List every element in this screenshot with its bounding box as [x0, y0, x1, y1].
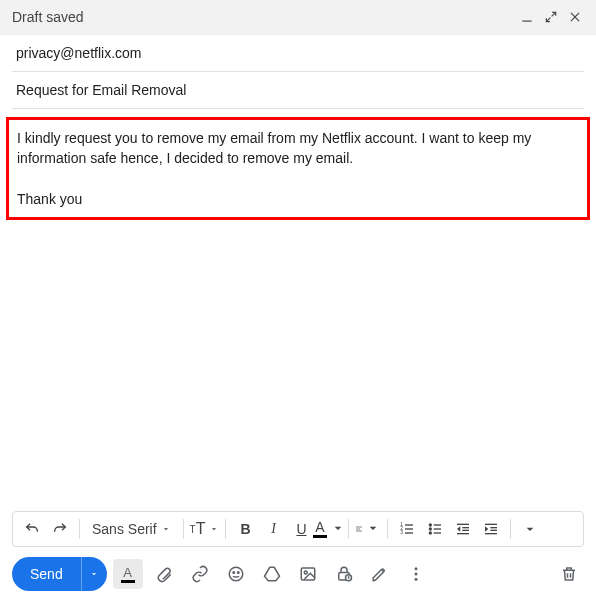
chevron-down-icon: [330, 520, 346, 539]
to-field[interactable]: privacy@netflix.com: [12, 35, 584, 72]
font-family-select[interactable]: Sans Serif: [86, 521, 177, 537]
align-icon[interactable]: [355, 516, 381, 542]
discard-draft-icon[interactable]: [554, 559, 584, 589]
subject-field[interactable]: Request for Email Removal: [12, 72, 584, 109]
svg-point-14: [430, 524, 432, 526]
svg-point-16: [430, 532, 432, 534]
svg-marker-33: [264, 567, 279, 581]
send-button[interactable]: Send: [12, 557, 81, 591]
svg-point-31: [233, 572, 235, 574]
redo-icon[interactable]: [47, 516, 73, 542]
body-spacer[interactable]: [0, 228, 596, 511]
indent-more-icon[interactable]: [478, 516, 504, 542]
window-titlebar: Draft saved: [0, 0, 596, 35]
svg-point-30: [229, 567, 243, 581]
header-fields: privacy@netflix.com Request for Email Re…: [0, 35, 596, 109]
attach-icon[interactable]: [149, 559, 179, 589]
underline-icon[interactable]: U: [288, 516, 314, 542]
bulleted-list-icon[interactable]: [422, 516, 448, 542]
toolbar-divider: [225, 519, 226, 539]
font-size-select[interactable]: TT: [190, 520, 220, 538]
send-more-button[interactable]: [81, 557, 107, 591]
toolbar-divider: [79, 519, 80, 539]
svg-text:3: 3: [401, 530, 404, 535]
insert-photo-icon[interactable]: [293, 559, 323, 589]
bold-icon[interactable]: B: [232, 516, 258, 542]
numbered-list-icon[interactable]: 1 2 3: [394, 516, 420, 542]
chevron-down-icon: [209, 521, 219, 537]
send-split-button: Send: [12, 557, 107, 591]
undo-icon[interactable]: [19, 516, 45, 542]
chevron-down-icon: [161, 521, 171, 537]
drive-icon[interactable]: [257, 559, 287, 589]
toggle-formatting-icon[interactable]: A: [113, 559, 143, 589]
email-body[interactable]: I kindly request you to remove my email …: [17, 128, 579, 209]
svg-rect-34: [301, 568, 315, 580]
svg-point-35: [304, 571, 307, 574]
text-color-icon[interactable]: A: [316, 516, 342, 542]
formatting-toolbar: Sans Serif TT B I U A 1 2 3: [12, 511, 584, 547]
italic-icon[interactable]: I: [260, 516, 286, 542]
link-icon[interactable]: [185, 559, 215, 589]
emoji-icon[interactable]: [221, 559, 251, 589]
svg-point-39: [414, 573, 417, 576]
toolbar-divider: [510, 519, 511, 539]
minimize-icon[interactable]: [518, 8, 536, 26]
signature-icon[interactable]: [365, 559, 395, 589]
svg-marker-29: [485, 526, 488, 531]
svg-marker-24: [457, 526, 460, 531]
svg-line-1: [552, 12, 556, 16]
close-icon[interactable]: [566, 8, 584, 26]
toolbar-divider: [183, 519, 184, 539]
indent-less-icon[interactable]: [450, 516, 476, 542]
more-options-icon[interactable]: [401, 559, 431, 589]
svg-point-15: [430, 528, 432, 530]
svg-point-38: [414, 567, 417, 570]
toolbar-divider: [387, 519, 388, 539]
expand-icon[interactable]: [542, 8, 560, 26]
confidential-mode-icon[interactable]: [329, 559, 359, 589]
window-title: Draft saved: [12, 9, 512, 25]
svg-point-32: [237, 572, 239, 574]
more-formatting-icon[interactable]: [517, 516, 543, 542]
chevron-down-icon: [365, 520, 381, 539]
svg-line-2: [546, 18, 550, 22]
font-family-label: Sans Serif: [92, 521, 157, 537]
toolbar-divider: [348, 519, 349, 539]
body-highlight-box: I kindly request you to remove my email …: [6, 117, 590, 220]
svg-point-40: [414, 578, 417, 581]
actions-toolbar: Send A: [0, 551, 596, 603]
